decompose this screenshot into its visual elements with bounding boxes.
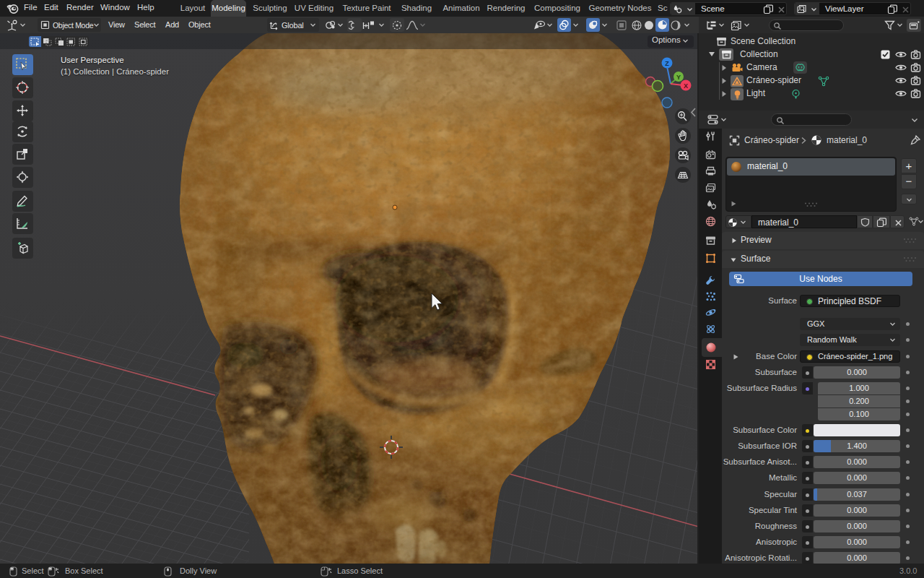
svg-text:Y: Y <box>676 74 681 81</box>
svg-text:X: X <box>684 82 688 90</box>
svg-text:Z: Z <box>665 60 669 67</box>
